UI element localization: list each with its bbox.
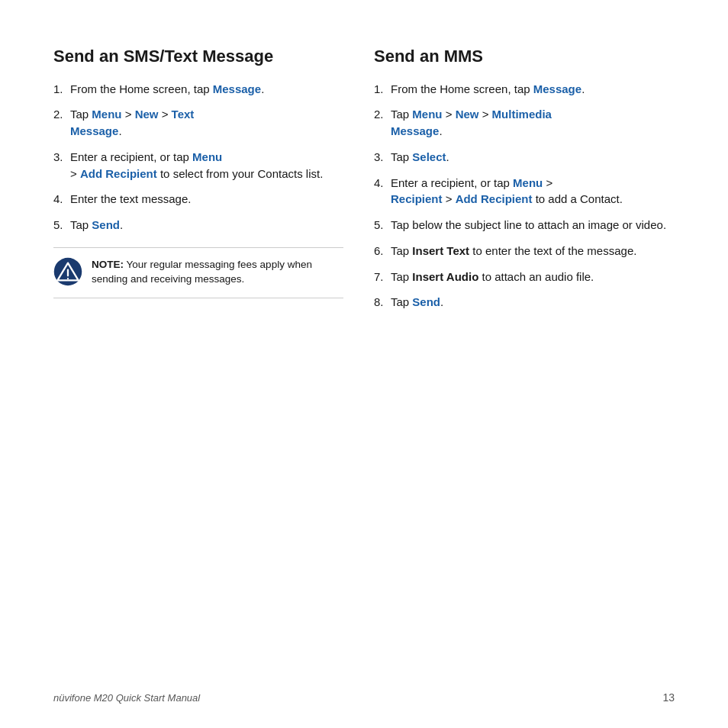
- note-icon-container: [53, 257, 82, 288]
- right-step-6: 6. Tap Insert Text to enter the text of …: [374, 243, 675, 259]
- right-step-text-2: Tap Menu > New > MultimediaMessage.: [391, 106, 552, 140]
- note-box: NOTE: Your regular messaging fees apply …: [53, 247, 343, 298]
- r-menu-link-2: Menu: [412, 108, 442, 121]
- right-step-text-7: Tap Insert Audio to attach an audio file…: [391, 269, 594, 285]
- text-message-link-2: TextMessage: [70, 108, 194, 137]
- left-step-3: 3. Enter a recipient, or tap Menu> Add R…: [53, 149, 343, 182]
- step-text-2: Tap Menu > New > TextMessage.: [70, 106, 194, 140]
- step-num-4: 4.: [53, 191, 70, 208]
- message-link-1: Message: [213, 82, 261, 95]
- r-send-link-8: Send: [412, 295, 440, 308]
- right-step-text-4: Enter a recipient, or tap Menu >Recipien…: [391, 175, 623, 208]
- right-step-num-5: 5.: [374, 217, 391, 234]
- right-step-num-4: 4.: [374, 175, 391, 192]
- right-step-4: 4. Enter a recipient, or tap Menu >Recip…: [374, 175, 675, 208]
- left-step-5: 5. Tap Send.: [53, 217, 343, 234]
- right-step-text-5: Tap below the subject line to attach an …: [391, 217, 666, 234]
- add-recipient-link-3: Add Recipient: [80, 167, 157, 180]
- right-step-text-8: Tap Send.: [391, 294, 443, 311]
- svg-point-3: [67, 278, 69, 279]
- right-step-1: 1. From the Home screen, tap Message.: [374, 81, 675, 98]
- new-link-2: New: [135, 108, 159, 121]
- right-steps-list: 1. From the Home screen, tap Message. 2.…: [374, 81, 675, 311]
- right-step-text-3: Tap Select.: [391, 149, 449, 166]
- right-step-8: 8. Tap Send.: [374, 294, 675, 311]
- footer: nüvifone M20 Quick Start Manual 13: [53, 691, 675, 704]
- note-label: NOTE:: [92, 259, 124, 270]
- r-add-recipient-link-4: Add Recipient: [456, 192, 533, 205]
- right-column: Send an MMS 1. From the Home screen, tap…: [374, 46, 675, 320]
- right-step-num-7: 7.: [374, 269, 391, 285]
- r-message-link-1: Message: [533, 82, 581, 95]
- step-text-1: From the Home screen, tap Message.: [70, 81, 264, 98]
- footer-title: nüvifone M20 Quick Start Manual: [53, 692, 200, 704]
- right-step-text-6: Tap Insert Text to enter the text of the…: [391, 243, 636, 259]
- r-select-link-3: Select: [412, 150, 446, 163]
- right-step-3: 3. Tap Select.: [374, 149, 675, 166]
- right-step-num-8: 8.: [374, 294, 391, 311]
- footer-page-number: 13: [662, 691, 675, 704]
- step-num-3: 3.: [53, 149, 70, 166]
- r-new-link-2: New: [456, 108, 479, 121]
- right-step-num-1: 1.: [374, 81, 391, 98]
- right-step-2: 2. Tap Menu > New > MultimediaMessage.: [374, 106, 675, 140]
- note-text: NOTE: Your regular messaging fees apply …: [92, 257, 343, 287]
- right-step-text-1: From the Home screen, tap Message.: [391, 81, 585, 98]
- page: Send an SMS/Text Message 1. From the Hom…: [0, 0, 728, 728]
- step-num-2: 2.: [53, 106, 70, 123]
- right-section-title: Send an MMS: [374, 46, 675, 67]
- right-step-num-3: 3.: [374, 149, 391, 166]
- content-area: Send an SMS/Text Message 1. From the Hom…: [53, 46, 675, 320]
- step-text-5: Tap Send.: [70, 217, 123, 234]
- warning-icon: [53, 257, 82, 286]
- right-step-7: 7. Tap Insert Audio to attach an audio f…: [374, 269, 675, 285]
- step-num-5: 5.: [53, 217, 70, 234]
- menu-link-3: Menu: [192, 150, 222, 163]
- left-column: Send an SMS/Text Message 1. From the Hom…: [53, 46, 343, 320]
- left-step-2: 2. Tap Menu > New > TextMessage.: [53, 106, 343, 140]
- r-menu-link-4: Menu: [513, 176, 543, 189]
- step-num-1: 1.: [53, 81, 70, 98]
- r-recipient-link-4: Recipient: [391, 192, 443, 205]
- send-link-5: Send: [92, 218, 120, 231]
- r-insert-text-link-6: Insert Text: [412, 244, 469, 257]
- left-step-1: 1. From the Home screen, tap Message.: [53, 81, 343, 98]
- menu-link-2: Menu: [92, 108, 121, 121]
- step-text-4: Enter the text message.: [70, 191, 191, 208]
- left-step-4: 4. Enter the text message.: [53, 191, 343, 208]
- step-text-3: Enter a recipient, or tap Menu> Add Reci…: [70, 149, 323, 182]
- right-step-num-2: 2.: [374, 106, 391, 123]
- left-steps-list: 1. From the Home screen, tap Message. 2.…: [53, 81, 343, 234]
- left-section-title: Send an SMS/Text Message: [53, 46, 343, 67]
- right-step-num-6: 6.: [374, 243, 391, 259]
- r-insert-audio-link-7: Insert Audio: [412, 270, 478, 283]
- right-step-5: 5. Tap below the subject line to attach …: [374, 217, 675, 234]
